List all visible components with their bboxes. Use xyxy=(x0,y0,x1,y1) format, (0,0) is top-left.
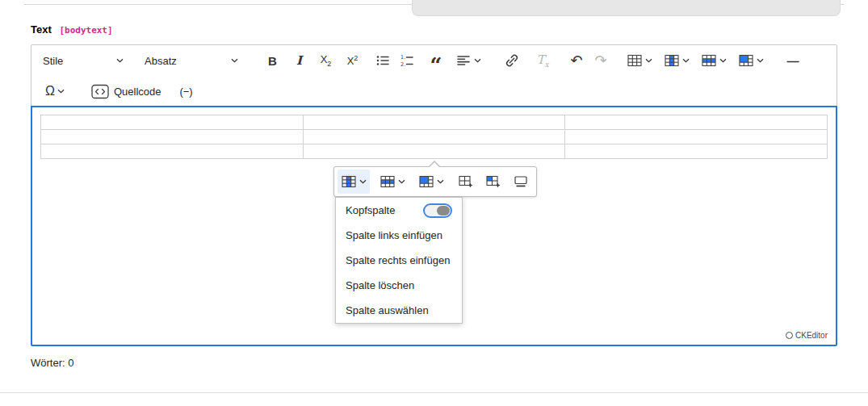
remove-format-icon: Tx xyxy=(536,52,548,69)
italic-button[interactable]: I xyxy=(286,48,312,73)
remove-format-button: Tx xyxy=(530,48,555,73)
spacer xyxy=(168,91,174,92)
cell-properties-icon xyxy=(485,174,501,190)
toolbar-row-1: Stile Absatz B I X2 X2 1.2. “ xyxy=(31,45,837,76)
bulleted-list-button[interactable] xyxy=(371,48,395,73)
bold-icon: B xyxy=(268,54,277,68)
menu-item-header-column[interactable]: Kopfspalte xyxy=(336,198,462,223)
table-cell[interactable] xyxy=(303,144,565,159)
page-bottom-border xyxy=(0,392,868,393)
chevron-down-icon xyxy=(116,58,124,63)
svg-text:2.: 2. xyxy=(400,61,405,68)
header-column-toggle[interactable] xyxy=(423,203,452,218)
balloon-merge-cells-dropdown[interactable] xyxy=(415,170,447,194)
chevron-down-icon xyxy=(359,179,367,184)
spacer xyxy=(769,61,781,61)
horizontal-line-button[interactable]: — xyxy=(781,48,805,73)
toggle-knob xyxy=(437,206,450,216)
collapsed-panel-edge xyxy=(412,0,841,16)
special-characters-dropdown[interactable]: Ω xyxy=(36,79,73,103)
table-row-icon xyxy=(701,52,717,69)
menu-item-label: Kopfspalte xyxy=(346,204,395,216)
menu-item-insert-column-right[interactable]: Spalte rechts einfügen xyxy=(336,248,462,273)
bold-button[interactable]: B xyxy=(259,48,286,73)
styles-dropdown[interactable]: Stile xyxy=(36,48,130,73)
spacer xyxy=(613,61,621,61)
insert-table-icon xyxy=(627,52,643,69)
editor-toolbar: Stile Absatz B I X2 X2 1.2. “ xyxy=(31,44,837,107)
table-row xyxy=(41,144,828,159)
spacer xyxy=(73,91,85,92)
table-column-icon xyxy=(341,174,357,190)
table-cell[interactable] xyxy=(303,115,565,130)
ckeditor-badge-label: CKEditor xyxy=(795,331,828,340)
subscript-icon: X2 xyxy=(321,53,332,68)
menu-item-insert-column-left[interactable]: Spalte links einfügen xyxy=(336,223,462,248)
menu-item-select-column[interactable]: Spalte auswählen xyxy=(336,298,462,323)
table-cell[interactable] xyxy=(303,130,565,144)
table-cell[interactable] xyxy=(41,115,304,130)
link-button[interactable] xyxy=(500,48,524,73)
table-row-icon xyxy=(379,174,396,190)
spacer xyxy=(555,61,564,61)
spacer xyxy=(245,61,259,61)
insert-table-dropdown[interactable] xyxy=(621,48,658,73)
chevron-down-icon xyxy=(398,179,405,184)
table-column-dropdown[interactable] xyxy=(658,48,695,73)
subscript-button[interactable]: X2 xyxy=(312,48,339,73)
table-balloon-toolbar xyxy=(333,166,537,197)
soft-hyphen-button[interactable]: (−) xyxy=(174,79,199,103)
chevron-down-icon xyxy=(437,179,444,184)
cell-properties-button[interactable] xyxy=(481,170,505,194)
menu-item-label: Spalte löschen xyxy=(346,279,414,291)
merge-cells-icon xyxy=(418,174,434,190)
superscript-button[interactable]: X2 xyxy=(339,48,366,73)
source-code-button[interactable]: Quellcode xyxy=(85,79,168,103)
word-count: Wörter: 0 xyxy=(31,357,73,369)
svg-text:1.: 1. xyxy=(400,54,405,61)
styles-dropdown-label: Stile xyxy=(43,55,63,67)
menu-item-delete-column[interactable]: Spalte löschen xyxy=(336,273,462,298)
table-cell[interactable] xyxy=(565,130,828,144)
table-cell[interactable] xyxy=(41,144,304,159)
balloon-table-row-dropdown[interactable] xyxy=(376,170,409,194)
superscript-icon: X2 xyxy=(347,54,359,67)
redo-icon: ↷ xyxy=(594,53,606,68)
table-cell[interactable] xyxy=(41,130,304,144)
menu-item-label: Spalte auswählen xyxy=(346,304,429,316)
bulleted-list-icon xyxy=(375,52,391,69)
chevron-down-icon xyxy=(57,89,65,94)
source-code-label: Quellcode xyxy=(114,86,161,98)
chevron-down-icon xyxy=(719,58,727,63)
content-table[interactable] xyxy=(40,115,828,159)
table-column-menu: Kopfspalte Spalte links einfügen Spalte … xyxy=(335,197,463,324)
horizontal-line-icon: — xyxy=(787,54,799,68)
field-label-text: Text xyxy=(31,23,52,36)
field-label: Text [bodytext] xyxy=(31,23,113,36)
chevron-down-icon xyxy=(682,58,690,63)
numbered-list-icon: 1.2. xyxy=(399,52,415,69)
source-code-icon xyxy=(91,84,109,99)
text-alignment-dropdown[interactable] xyxy=(450,48,487,73)
table-properties-button[interactable] xyxy=(454,170,478,194)
merge-cells-dropdown[interactable] xyxy=(732,48,769,73)
table-cell[interactable] xyxy=(565,115,828,130)
numbered-list-button[interactable]: 1.2. xyxy=(395,48,419,73)
undo-button[interactable]: ↶ xyxy=(564,48,589,73)
chevron-down-icon xyxy=(757,58,764,63)
table-properties-icon xyxy=(458,174,474,190)
paragraph-format-dropdown[interactable]: Absatz xyxy=(138,48,245,73)
table-cell[interactable] xyxy=(565,144,828,159)
toolbar-row-2: Ω Quellcode (−) xyxy=(31,76,837,107)
balloon-arrow xyxy=(429,162,440,168)
ckeditor-badge[interactable]: CKEditor xyxy=(786,331,828,340)
balloon-table-column-dropdown[interactable] xyxy=(338,170,370,194)
undo-icon: ↶ xyxy=(570,53,582,68)
toggle-caption-button[interactable] xyxy=(509,170,533,194)
block-quote-button[interactable]: “ xyxy=(424,48,448,73)
menu-item-label: Spalte rechts einfügen xyxy=(346,254,450,266)
table-row-dropdown[interactable] xyxy=(695,48,732,73)
italic-icon: I xyxy=(296,53,302,68)
chevron-down-icon xyxy=(645,58,652,63)
chevron-down-icon xyxy=(474,58,481,63)
